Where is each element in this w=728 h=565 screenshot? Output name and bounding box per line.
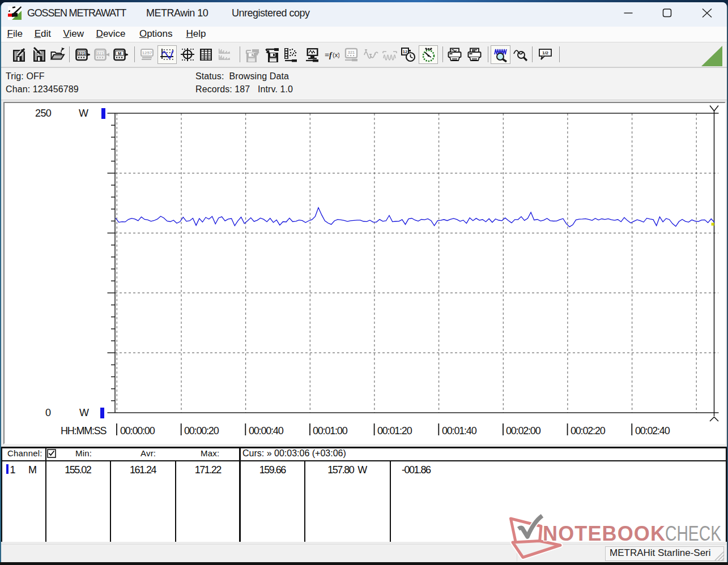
svg-text:NOTEBOOK: NOTEBOOK <box>543 522 665 545</box>
svg-text:CHECK: CHECK <box>665 522 721 545</box>
